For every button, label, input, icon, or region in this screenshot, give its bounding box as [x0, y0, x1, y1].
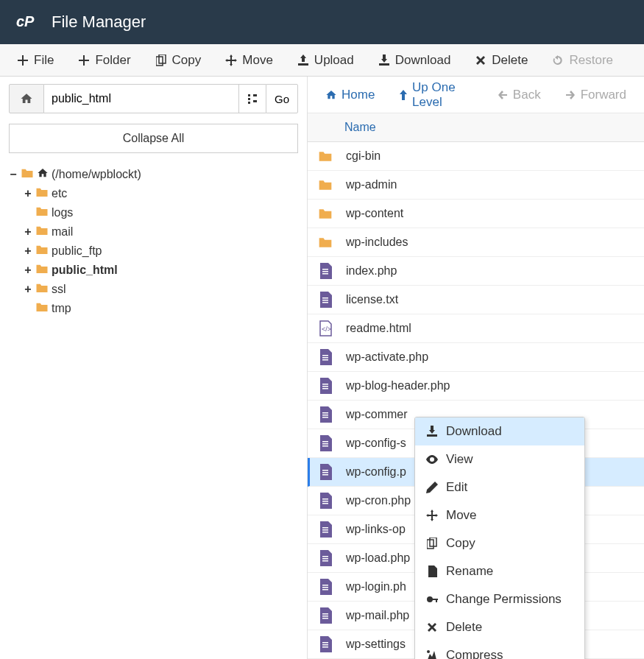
- file-row[interactable]: wp-admin: [308, 171, 644, 200]
- folder-icon: [35, 301, 49, 316]
- svg-rect-41: [322, 589, 328, 591]
- folder-button[interactable]: Folder: [66, 47, 142, 74]
- svg-point-53: [427, 650, 430, 653]
- tree-node-logs[interactable]: logs: [24, 203, 298, 222]
- folder-icon: [35, 205, 49, 220]
- tree-label: public_html: [52, 264, 118, 277]
- ctx-change-permissions[interactable]: Change Permissions: [415, 585, 584, 613]
- delete-button[interactable]: Delete: [462, 47, 539, 74]
- ctx-label: Compress: [446, 648, 503, 659]
- upload-button[interactable]: Upload: [285, 47, 366, 74]
- list-header-name[interactable]: Name: [308, 113, 644, 142]
- copy-button[interactable]: Copy: [143, 47, 213, 74]
- home-button[interactable]: [9, 84, 44, 113]
- tree-expand-icon[interactable]: +: [24, 244, 32, 258]
- php-icon: [318, 435, 333, 451]
- app-header: cP File Manager: [0, 0, 644, 44]
- breadcrumb-back[interactable]: Back: [488, 83, 550, 107]
- svg-rect-30: [322, 498, 328, 500]
- go-button[interactable]: Go: [266, 84, 298, 113]
- tree-expand-icon[interactable]: +: [24, 264, 32, 277]
- file-name: readme.html: [346, 322, 411, 335]
- tree-node-public_ftp[interactable]: +public_ftp: [24, 242, 298, 261]
- breadcrumb-up[interactable]: Up One Level: [389, 77, 481, 114]
- folder-icon: [318, 207, 333, 220]
- svg-rect-7: [253, 100, 257, 102]
- php-icon: [318, 378, 333, 394]
- file-row[interactable]: </>readme.html: [308, 314, 644, 343]
- tree-label: etc: [52, 187, 67, 200]
- ctx-compress[interactable]: Compress: [415, 641, 584, 659]
- svg-rect-16: [322, 357, 328, 359]
- plus-icon: [77, 55, 91, 66]
- file-row[interactable]: cgi-bin: [308, 142, 644, 171]
- tree-node-public_html[interactable]: +public_html: [24, 261, 298, 280]
- file-name: wp-commer: [346, 408, 408, 421]
- ctx-rename[interactable]: Rename: [415, 557, 584, 585]
- tree-node-etc[interactable]: +etc: [24, 184, 298, 203]
- tree-expand-icon[interactable]: +: [24, 187, 32, 200]
- ctx-move[interactable]: Move: [415, 501, 584, 529]
- restore-button[interactable]: Restore: [539, 47, 625, 74]
- file-row[interactable]: wp-activate.php: [308, 343, 644, 372]
- toolbar-label: Download: [395, 53, 451, 68]
- toolbar-label: Folder: [95, 53, 130, 68]
- collapse-all-button[interactable]: Collapse All: [9, 124, 298, 153]
- tree-root[interactable]: − (/home/wpblockt): [9, 165, 298, 184]
- sidebar: Go Collapse All − (/home/wpblockt) +etcl…: [0, 77, 308, 659]
- php-icon: [318, 579, 333, 595]
- ctx-download[interactable]: Download: [415, 417, 584, 445]
- tree-node-mail[interactable]: +mail: [24, 222, 298, 242]
- folder-icon: [35, 244, 49, 258]
- cpanel-logo-icon: cP: [15, 9, 41, 35]
- ctx-label: Move: [446, 508, 477, 523]
- path-mode-icon[interactable]: [239, 84, 266, 113]
- file-row[interactable]: wp-content: [308, 200, 644, 228]
- copy-icon: [155, 54, 168, 66]
- svg-rect-32: [322, 503, 328, 504]
- file-name: wp-mail.php: [346, 609, 409, 622]
- html-icon: </>: [318, 320, 333, 336]
- tree-collapse-icon[interactable]: −: [9, 168, 18, 181]
- svg-rect-47: [322, 646, 328, 648]
- svg-rect-19: [322, 386, 328, 387]
- tree-node-tmp[interactable]: tmp: [24, 299, 298, 318]
- tree-expand-icon[interactable]: +: [24, 283, 32, 296]
- tree-expand-icon[interactable]: +: [24, 225, 32, 239]
- move-icon: [224, 54, 238, 66]
- download-button[interactable]: Download: [366, 47, 463, 74]
- file-row[interactable]: index.php: [308, 257, 644, 286]
- breadcrumb-home[interactable]: Home: [316, 83, 383, 107]
- ctx-edit[interactable]: Edit: [415, 473, 584, 501]
- folder-icon: [318, 149, 333, 163]
- permissions-icon: [425, 593, 439, 605]
- file-button[interactable]: File: [4, 47, 66, 74]
- download-icon: [378, 54, 391, 66]
- tree-root-label: (/home/wpblockt): [52, 168, 141, 181]
- svg-rect-52: [436, 599, 437, 602]
- ctx-delete[interactable]: Delete: [415, 613, 584, 641]
- ctx-copy[interactable]: Copy: [415, 529, 584, 557]
- tree-label: public_ftp: [52, 244, 102, 258]
- ctx-label: Change Permissions: [446, 592, 562, 607]
- context-menu: DownloadViewEditMoveCopyRenameChange Per…: [414, 417, 585, 659]
- file-row[interactable]: wp-includes: [308, 228, 644, 257]
- path-input[interactable]: [44, 84, 239, 113]
- tree-label: tmp: [52, 302, 71, 315]
- svg-text:</>: </>: [322, 325, 331, 333]
- svg-rect-27: [322, 470, 328, 471]
- breadcrumb-forward[interactable]: Forward: [556, 83, 635, 107]
- file-name: license.txt: [346, 293, 398, 306]
- file-row[interactable]: license.txt: [308, 286, 644, 314]
- home-icon: [37, 167, 49, 182]
- breadcrumb-up-label: Up One Level: [412, 80, 473, 110]
- php-icon: [318, 493, 333, 509]
- ctx-view[interactable]: View: [415, 445, 584, 473]
- compress-icon: [425, 649, 439, 659]
- folder-icon: [35, 263, 49, 278]
- move-button[interactable]: Move: [213, 47, 285, 74]
- file-row[interactable]: wp-blog-header.php: [308, 372, 644, 401]
- file-name: wp-activate.php: [346, 350, 428, 364]
- svg-rect-4: [248, 98, 250, 100]
- tree-node-ssl[interactable]: +ssl: [24, 280, 298, 299]
